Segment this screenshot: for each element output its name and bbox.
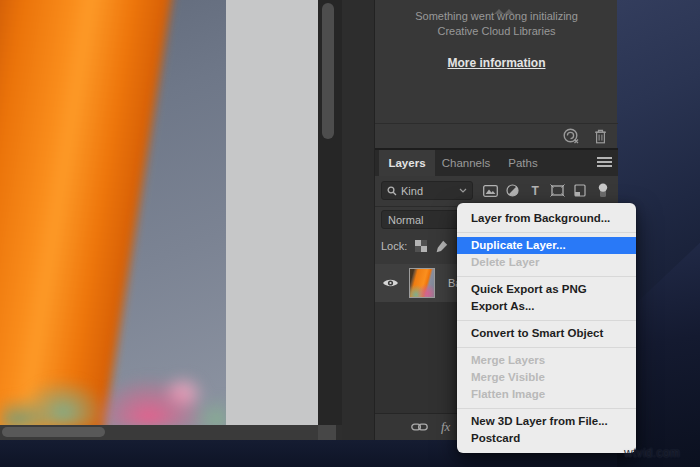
menu-item-postcard[interactable]: Postcard bbox=[457, 430, 636, 447]
menu-item-merge-layers: Merge Layers bbox=[457, 352, 636, 369]
libraries-error-line1: Something went wrong initializing bbox=[375, 9, 618, 24]
shape-filter-icon[interactable] bbox=[549, 182, 567, 200]
eye-icon[interactable] bbox=[375, 278, 405, 288]
menu-item-convert-smart-object[interactable]: Convert to Smart Object bbox=[457, 325, 636, 342]
watermark-text: wtvid.com bbox=[624, 446, 680, 460]
menu-item-layer-from-background[interactable]: Layer from Background... bbox=[457, 210, 636, 227]
scrollbar-corner bbox=[318, 425, 336, 440]
lock-row: Lock: bbox=[381, 237, 448, 255]
menu-item-export-as[interactable]: Export As... bbox=[457, 298, 636, 315]
creative-cloud-error-icon[interactable] bbox=[561, 128, 583, 145]
menu-separator bbox=[457, 320, 636, 321]
filter-kind-dropdown[interactable]: Kind bbox=[381, 181, 473, 200]
menu-separator bbox=[457, 276, 636, 277]
libraries-toolbar bbox=[375, 123, 618, 149]
more-information-link-wrap: More information bbox=[375, 53, 618, 71]
blend-mode-label: Normal bbox=[388, 214, 423, 226]
filter-toggle-icon[interactable] bbox=[594, 182, 612, 200]
cloud-sync-icon-partial bbox=[493, 0, 515, 5]
canvas-image bbox=[0, 0, 226, 425]
chevron-down-icon bbox=[459, 188, 467, 193]
pixel-filter-icon[interactable] bbox=[481, 182, 499, 200]
menu-item-duplicate-layer[interactable]: Duplicate Layer... bbox=[457, 237, 636, 254]
smart-object-filter-icon[interactable] bbox=[571, 182, 589, 200]
menu-item-merge-visible: Merge Visible bbox=[457, 369, 636, 386]
panel-tab-bar: Layers Channels Paths bbox=[375, 150, 618, 176]
search-icon bbox=[387, 186, 397, 196]
layer-filter-row: Kind bbox=[375, 181, 618, 202]
lock-paint-icon[interactable] bbox=[435, 240, 448, 253]
tab-channels[interactable]: Channels bbox=[435, 150, 497, 176]
link-layers-icon[interactable] bbox=[411, 422, 428, 432]
photo-floral-region bbox=[0, 352, 226, 425]
vertical-scrollbar-thumb[interactable] bbox=[322, 3, 334, 139]
menu-separator bbox=[457, 408, 636, 409]
panel-menu-icon[interactable] bbox=[597, 157, 612, 168]
horizontal-scrollbar-thumb[interactable] bbox=[2, 427, 105, 437]
adjustment-filter-icon[interactable] bbox=[504, 182, 522, 200]
layer-context-menu: Layer from Background... Duplicate Layer… bbox=[457, 203, 636, 453]
menu-item-quick-export-png[interactable]: Quick Export as PNG bbox=[457, 281, 636, 298]
canvas-pasteboard bbox=[226, 0, 318, 425]
delete-library-trash-icon[interactable] bbox=[594, 129, 607, 144]
tab-layers[interactable]: Layers bbox=[379, 150, 435, 176]
lock-transparency-icon[interactable] bbox=[415, 240, 427, 252]
menu-separator bbox=[457, 232, 636, 233]
fx-icon[interactable]: fx bbox=[441, 419, 450, 435]
libraries-error-line2: Creative Cloud Libraries bbox=[375, 24, 618, 39]
libraries-error-message: Something went wrong initializing Creati… bbox=[375, 9, 618, 39]
photoshop-screenshot: wtvid.com Something went wrong initializ… bbox=[0, 0, 700, 467]
menu-item-new-3d-layer[interactable]: New 3D Layer from File... bbox=[457, 413, 636, 430]
tab-paths[interactable]: Paths bbox=[497, 150, 549, 176]
lock-label: Lock: bbox=[381, 240, 407, 252]
menu-separator bbox=[457, 347, 636, 348]
menu-item-flatten-image: Flatten Image bbox=[457, 386, 636, 403]
menu-item-delete-layer: Delete Layer bbox=[457, 254, 636, 271]
layer-thumbnail[interactable] bbox=[409, 268, 435, 298]
more-information-link[interactable]: More information bbox=[448, 56, 546, 70]
horizontal-scrollbar-track[interactable] bbox=[0, 425, 318, 440]
dock-gap bbox=[342, 0, 374, 440]
type-filter-icon[interactable]: T bbox=[526, 182, 544, 200]
vertical-scrollbar-track[interactable] bbox=[318, 0, 342, 425]
filter-kind-label: Kind bbox=[401, 185, 455, 197]
layer-filter-icons: T bbox=[479, 181, 618, 200]
libraries-panel: Something went wrong initializing Creati… bbox=[375, 0, 618, 150]
